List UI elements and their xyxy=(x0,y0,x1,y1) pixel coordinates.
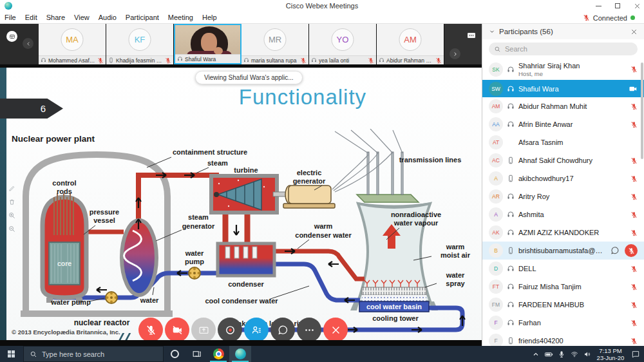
muted-mic-icon xyxy=(630,265,638,272)
scrollbar[interactable] xyxy=(641,62,643,159)
menu-file[interactable]: File xyxy=(0,14,21,21)
grid-view-button[interactable] xyxy=(6,31,17,42)
taskbar-clock[interactable]: 7:13 PM 23-Jun-20 xyxy=(594,347,627,361)
chrome-taskbar-button[interactable] xyxy=(207,346,229,362)
participant-row[interactable]: FM FARDEEN MAHBUB xyxy=(482,296,644,314)
menu-audio[interactable]: Audio xyxy=(94,14,121,21)
webex-taskbar-button[interactable] xyxy=(229,346,251,362)
scroll-left-button[interactable] xyxy=(23,38,33,49)
participant-row[interactable]: AR Aritry Roy xyxy=(482,187,644,205)
participant-row[interactable]: AT Afsara Tasnim xyxy=(482,133,644,151)
viewing-banner[interactable]: Viewing Shafiul Wara's applic... xyxy=(195,71,303,84)
participant-name: Aritry Roy xyxy=(518,193,627,200)
participant-row[interactable]: AC Ahnaf Sakif Chowdhury xyxy=(482,151,644,169)
tray-chevron-button[interactable] xyxy=(529,350,542,358)
phone-icon xyxy=(507,247,515,254)
menu-participant[interactable]: Participant xyxy=(121,14,164,21)
participant-row[interactable]: FT Fairuz Misha Tanjim xyxy=(482,278,644,296)
cortana-button[interactable] xyxy=(164,346,185,362)
video-tile[interactable]: KF Khadija feasmin Fariya xyxy=(106,24,174,64)
avatar: AA xyxy=(489,117,503,131)
menu-meeting[interactable]: Meeting xyxy=(164,14,198,21)
headset-icon xyxy=(507,229,515,236)
muted-mic-icon xyxy=(630,103,638,110)
participant-row[interactable]: F friends404200 xyxy=(482,332,644,346)
mute-participant-button[interactable] xyxy=(625,244,638,257)
close-window-button[interactable] xyxy=(632,1,641,10)
participant-row-hovered[interactable]: B brishtisubarnamustafa@gmail.... xyxy=(482,242,644,260)
participant-name: Shahriar Siraj Khan xyxy=(518,62,627,70)
more-options-button[interactable] xyxy=(297,318,321,340)
clock-time: 7:13 PM xyxy=(594,347,627,354)
minimize-button[interactable] xyxy=(594,1,603,10)
chrome-icon xyxy=(213,348,224,359)
chevron-down-icon[interactable] xyxy=(489,28,495,35)
window-title: Cisco Webex Meetings xyxy=(0,2,644,10)
battery-tray-button[interactable] xyxy=(542,350,555,359)
svg-text:cooling tower: cooling tower xyxy=(372,314,419,322)
chat-button[interactable] xyxy=(270,318,295,340)
participant-name: maria sultana rupa xyxy=(251,57,298,64)
participant-row[interactable]: D DELL xyxy=(482,260,644,278)
svg-text:water: water xyxy=(140,296,159,304)
webex-icon xyxy=(235,348,246,359)
layout-icon[interactable] xyxy=(466,30,477,41)
menu-edit[interactable]: Edit xyxy=(21,14,42,21)
scroll-right-button[interactable] xyxy=(450,48,460,59)
close-panel-button[interactable] xyxy=(630,28,638,35)
wifi-tray-button[interactable] xyxy=(568,350,581,358)
search-input[interactable] xyxy=(505,45,632,53)
video-tile[interactable]: MR maria sultana rupa xyxy=(242,24,309,64)
search-icon xyxy=(30,350,37,358)
microphone-tray-button[interactable] xyxy=(555,350,568,358)
action-center-icon xyxy=(631,350,640,359)
leave-meeting-button[interactable] xyxy=(323,318,348,340)
muted-mic-icon xyxy=(583,14,590,21)
participants-search[interactable] xyxy=(489,43,638,55)
filmstrip-right-panel xyxy=(444,24,482,64)
participant-name: Khadija feasmin Fariya xyxy=(116,57,163,64)
svg-text:generator: generator xyxy=(182,222,215,230)
active-speaker-video-tile[interactable]: Shafiul Wara xyxy=(174,24,242,64)
wifi-icon xyxy=(571,350,578,358)
volume-tray-button[interactable] xyxy=(581,350,594,358)
participants-header: Participants (56) xyxy=(482,24,644,39)
diagram-heading: Nuclear power plant xyxy=(12,134,95,144)
svg-text:generator: generator xyxy=(293,177,326,185)
participant-row[interactable]: AA Afrin Binte Anwar xyxy=(482,115,644,133)
avatar: KF xyxy=(129,28,151,51)
participant-row-selected[interactable]: SW Shafiul Wara xyxy=(482,80,644,97)
svg-text:moist air: moist air xyxy=(440,251,471,259)
participant-row[interactable]: AK AZMI AZIZ KHANDOKER xyxy=(482,224,644,242)
participant-row[interactable]: SK Shahriar Siraj KhanHost, me xyxy=(482,59,644,80)
action-center-button[interactable] xyxy=(627,350,644,359)
taskbar-search[interactable] xyxy=(23,346,164,362)
chat-with-participant-button[interactable] xyxy=(609,245,621,256)
record-button[interactable] xyxy=(218,318,242,340)
avatar: AM xyxy=(489,99,503,113)
participant-row[interactable]: A Ashmita xyxy=(482,205,644,224)
video-tile[interactable]: YO yea laila onti xyxy=(309,24,377,64)
avatar: AR xyxy=(489,189,503,204)
task-view-button[interactable] xyxy=(185,346,207,362)
participant-name: Fairuz Misha Tanjim xyxy=(518,283,627,291)
participant-row[interactable]: A akibchowdhury17 xyxy=(482,169,644,187)
more-icon xyxy=(304,325,315,336)
menu-share[interactable]: Share xyxy=(42,14,70,21)
start-button[interactable] xyxy=(0,346,23,362)
participant-name: yea laila onti xyxy=(319,57,366,64)
share-content-button[interactable] xyxy=(191,318,216,340)
close-icon xyxy=(630,28,638,35)
menu-help[interactable]: Help xyxy=(198,14,222,21)
menu-view[interactable]: View xyxy=(70,14,94,21)
maximize-button[interactable] xyxy=(613,1,622,10)
mute-microphone-button[interactable] xyxy=(138,318,163,340)
video-tile[interactable]: AM Abidur Rahman Muhit xyxy=(377,24,444,64)
video-tile[interactable]: MA Mohammed Asaf-Ud-Dou... xyxy=(39,24,106,64)
participants-button[interactable] xyxy=(244,318,269,340)
taskbar-search-input[interactable] xyxy=(42,350,157,358)
stop-video-button[interactable] xyxy=(165,318,189,340)
participant-row[interactable]: AM Abidur Rahman Muhit xyxy=(482,97,644,115)
phone-icon xyxy=(108,57,114,63)
participant-row[interactable]: F Farhan xyxy=(482,314,644,332)
